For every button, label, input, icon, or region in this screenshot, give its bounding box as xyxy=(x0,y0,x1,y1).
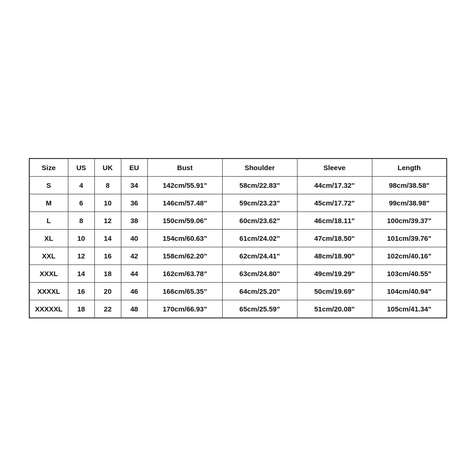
cell-length: 102cm/40.16" xyxy=(372,247,447,264)
table-body: S4834142cm/55.91"58cm/22.83"44cm/17.32"9… xyxy=(29,176,447,318)
cell-size: M xyxy=(29,194,68,212)
cell-shoulder: 64cm/25.20" xyxy=(222,282,297,300)
cell-shoulder: 62cm/24.41" xyxy=(222,247,297,264)
cell-eu: 46 xyxy=(121,282,147,300)
table-row: S4834142cm/55.91"58cm/22.83"44cm/17.32"9… xyxy=(29,176,447,194)
cell-us: 16 xyxy=(68,282,94,300)
cell-sleeve: 49cm/19.29" xyxy=(297,264,372,282)
cell-eu: 42 xyxy=(121,247,147,264)
cell-bust: 154cm/60.63" xyxy=(147,229,222,247)
col-header-size: Size xyxy=(29,159,68,177)
cell-size: XL xyxy=(29,229,68,247)
cell-bust: 142cm/55.91" xyxy=(147,176,222,194)
table-row: XXXXXL182248170cm/66.93"65cm/25.59"51cm/… xyxy=(29,300,447,318)
cell-uk: 18 xyxy=(94,264,121,282)
cell-shoulder: 61cm/24.02" xyxy=(222,229,297,247)
cell-uk: 20 xyxy=(94,282,121,300)
cell-us: 8 xyxy=(68,212,94,229)
cell-bust: 162cm/63.78" xyxy=(147,264,222,282)
cell-uk: 16 xyxy=(94,247,121,264)
cell-bust: 146cm/57.48" xyxy=(147,194,222,212)
cell-size: XXXXL xyxy=(29,282,68,300)
cell-length: 99cm/38.98" xyxy=(372,194,447,212)
cell-shoulder: 63cm/24.80" xyxy=(222,264,297,282)
cell-uk: 12 xyxy=(94,212,121,229)
cell-us: 6 xyxy=(68,194,94,212)
cell-eu: 36 xyxy=(121,194,147,212)
cell-size: XXXXXL xyxy=(29,300,68,318)
size-chart-table: Size US UK EU Bust Shoulder Sleeve Lengt… xyxy=(29,158,447,318)
cell-us: 14 xyxy=(68,264,94,282)
cell-shoulder: 65cm/25.59" xyxy=(222,300,297,318)
col-header-bust: Bust xyxy=(147,159,222,177)
cell-sleeve: 44cm/17.32" xyxy=(297,176,372,194)
cell-length: 103cm/40.55" xyxy=(372,264,447,282)
cell-eu: 38 xyxy=(121,212,147,229)
cell-size: XXL xyxy=(29,247,68,264)
cell-us: 4 xyxy=(68,176,94,194)
cell-bust: 150cm/59.06" xyxy=(147,212,222,229)
col-header-sleeve: Sleeve xyxy=(297,159,372,177)
cell-sleeve: 46cm/18.11" xyxy=(297,212,372,229)
cell-bust: 170cm/66.93" xyxy=(147,300,222,318)
col-header-us: US xyxy=(68,159,94,177)
cell-shoulder: 58cm/22.83" xyxy=(222,176,297,194)
cell-uk: 10 xyxy=(94,194,121,212)
cell-shoulder: 59cm/23.23" xyxy=(222,194,297,212)
cell-uk: 8 xyxy=(94,176,121,194)
table-header: Size US UK EU Bust Shoulder Sleeve Lengt… xyxy=(29,159,447,177)
cell-shoulder: 60cm/23.62" xyxy=(222,212,297,229)
cell-length: 105cm/41.34" xyxy=(372,300,447,318)
cell-bust: 166cm/65.35" xyxy=(147,282,222,300)
cell-eu: 48 xyxy=(121,300,147,318)
col-header-eu: EU xyxy=(121,159,147,177)
cell-sleeve: 48cm/18.90" xyxy=(297,247,372,264)
cell-eu: 40 xyxy=(121,229,147,247)
cell-us: 10 xyxy=(68,229,94,247)
cell-size: L xyxy=(29,212,68,229)
cell-eu: 44 xyxy=(121,264,147,282)
table-row: M61036146cm/57.48"59cm/23.23"45cm/17.72"… xyxy=(29,194,447,212)
cell-length: 101cm/39.76" xyxy=(372,229,447,247)
cell-size: S xyxy=(29,176,68,194)
cell-size: XXXL xyxy=(29,264,68,282)
header-row: Size US UK EU Bust Shoulder Sleeve Lengt… xyxy=(29,159,447,177)
table-row: XXL121642158cm/62.20"62cm/24.41"48cm/18.… xyxy=(29,247,447,264)
cell-length: 100cm/39.37" xyxy=(372,212,447,229)
table-row: XXXXL162046166cm/65.35"64cm/25.20"50cm/1… xyxy=(29,282,447,300)
cell-sleeve: 50cm/19.69" xyxy=(297,282,372,300)
cell-us: 18 xyxy=(68,300,94,318)
col-header-shoulder: Shoulder xyxy=(222,159,297,177)
table-row: XXXL141844162cm/63.78"63cm/24.80"49cm/19… xyxy=(29,264,447,282)
table-row: L81238150cm/59.06"60cm/23.62"46cm/18.11"… xyxy=(29,212,447,229)
col-header-uk: UK xyxy=(94,159,121,177)
size-chart-container: Size US UK EU Bust Shoulder Sleeve Lengt… xyxy=(29,158,447,318)
cell-length: 98cm/38.58" xyxy=(372,176,447,194)
table-row: XL101440154cm/60.63"61cm/24.02"47cm/18.5… xyxy=(29,229,447,247)
cell-uk: 22 xyxy=(94,300,121,318)
cell-sleeve: 51cm/20.08" xyxy=(297,300,372,318)
cell-sleeve: 47cm/18.50" xyxy=(297,229,372,247)
cell-uk: 14 xyxy=(94,229,121,247)
cell-bust: 158cm/62.20" xyxy=(147,247,222,264)
col-header-length: Length xyxy=(372,159,447,177)
cell-sleeve: 45cm/17.72" xyxy=(297,194,372,212)
cell-eu: 34 xyxy=(121,176,147,194)
cell-us: 12 xyxy=(68,247,94,264)
cell-length: 104cm/40.94" xyxy=(372,282,447,300)
